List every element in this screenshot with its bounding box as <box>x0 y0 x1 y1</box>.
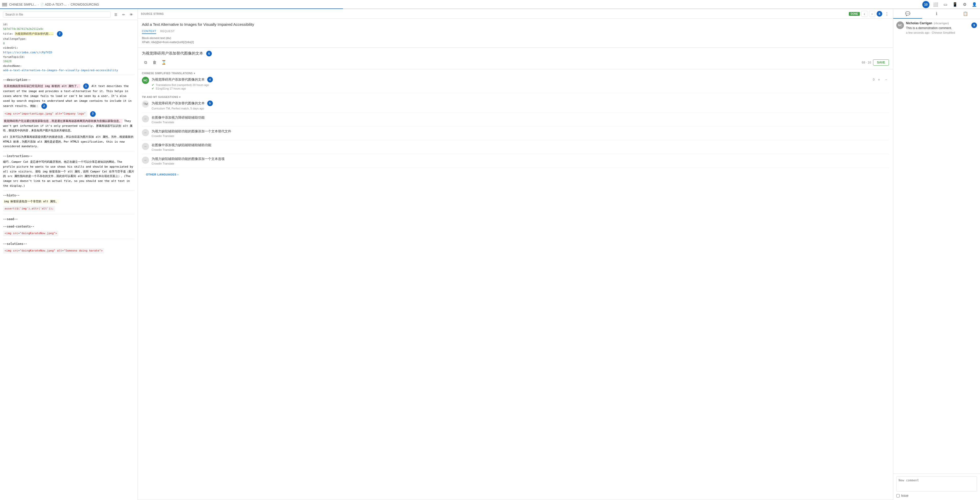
chevron-down-icon: ▾ <box>194 72 195 75</box>
tm-meta-1: Curriculum TM, Perfect match, 5 days ago <box>151 107 889 110</box>
breadcrumb-item-3[interactable]: CROWDSOURCING <box>71 3 99 6</box>
phone-btn[interactable]: 📱 <box>951 1 959 8</box>
id-value: 587d774c367417b2b2512a9c <box>3 27 135 32</box>
breadcrumb: CHINESE SIMPLI... › 📄 ADD-A-TEXT-... › C… <box>9 3 99 6</box>
main-content: ☰ ✏ 👁 id: 587d774c367417b2b2512a9c title… <box>0 9 980 500</box>
file-icon: 📄 <box>40 3 44 6</box>
mid-header-right: DONE ‹ › 8 ⋮ <box>849 11 890 17</box>
context-tabs: CONTEXT REQUEST <box>142 30 889 34</box>
seed-header: --seed-- <box>3 217 135 222</box>
context-tab[interactable]: CONTEXT <box>142 30 156 34</box>
comment-meta-1: a few seconds ago · Chinese Simplified <box>906 31 969 34</box>
breadcrumb-item-2[interactable]: 📄 ADD-A-TEXT-... <box>40 3 67 6</box>
hints-text: img 标签应该包含一个非空的 alt 属性。 <box>3 199 135 204</box>
mt-content-2: 为视力缺陷辅助辅助功能的图像添加一个文本替代文件 Crowdin Transla… <box>151 129 889 138</box>
mt-content-3: 在图像中添加视力缺陷辅助辅助辅助功能 Crowdin Translate <box>151 143 889 151</box>
comments-icon: 💬 <box>905 11 910 16</box>
annotation-3: 3 <box>90 111 96 117</box>
preview-btn[interactable]: 👁 <box>128 11 135 18</box>
tm-item-1: TM 为视觉障碍用户添加替代图像的文本 5 Curriculum TM, Per… <box>142 100 889 113</box>
solutions-header: --solutions-- <box>3 241 135 246</box>
mt-meta-1: Crowdin Translate <box>151 121 889 124</box>
translation-text: 为视觉障碍用户添加替代图像的文本 6 <box>142 51 889 56</box>
file-content: id: 587d774c367417b2b2512a9c title: 为视觉障… <box>3 22 135 254</box>
chevron-down-icon-2: ▾ <box>179 96 181 98</box>
header-icons: ☰ ✏ 👁 <box>113 11 135 18</box>
copy-translation-btn[interactable]: ⧉ <box>142 59 149 66</box>
info-tab[interactable]: ℹ <box>922 9 951 19</box>
issue-checkbox-area: Issue <box>896 494 977 497</box>
comment-author-1: Nicholas Carrigan <box>906 21 932 25</box>
hints-header: --hints-- <box>3 193 135 198</box>
next-btn[interactable]: › <box>869 11 875 17</box>
seed-contents-header: --seed-contents-- <box>3 224 135 229</box>
progress-bar-fill <box>0 8 343 9</box>
translations-section-label[interactable]: CHINESE SIMPLIFIED TRANSLATIONS ▾ <box>142 72 889 75</box>
right-panel-tabs: 💬 ℹ 📋 <box>893 9 980 19</box>
menu-icon[interactable] <box>2 2 7 7</box>
new-comment-input[interactable] <box>896 476 977 492</box>
request-tab[interactable]: REQUEST <box>160 30 175 34</box>
source-string-label: SOURCE STRING <box>141 13 164 15</box>
mt-item-1: ↔ 在图像中添加视力障碍辅助辅助功能 Crowdin Translate <box>142 115 889 127</box>
monitor-btn[interactable]: ⬜ <box>932 1 939 8</box>
tablet-btn[interactable]: ▭ <box>942 1 949 8</box>
vote-count-1: 0 <box>873 78 875 81</box>
settings-btn[interactable]: ⚙ <box>961 1 968 8</box>
comment-body-1: Nicholas Carrigan (nhcarrigan) This is a… <box>906 21 969 34</box>
mid-header: SOURCE STRING DONE ‹ › 8 ⋮ <box>138 9 893 19</box>
progress-bar <box>0 8 980 9</box>
dashed-name-line: dashedName: <box>3 64 135 68</box>
title-line: title: 为视觉障碍用户添加替代图... 7 <box>3 31 135 37</box>
delete-translation-btn[interactable]: 🗑 <box>151 59 158 66</box>
forum-topic-value: 16628 <box>3 59 135 64</box>
mt-avatar-4: ↔ <box>142 157 149 164</box>
breadcrumb-item-1[interactable]: CHINESE SIMPLI... <box>9 3 36 6</box>
topbar: CHINESE SIMPLI... › 📄 ADD-A-TEXT-... › C… <box>0 0 980 9</box>
edit-btn[interactable]: ✏ <box>120 11 127 18</box>
prev-btn[interactable]: ‹ <box>861 11 867 17</box>
mt-meta-3: Crowdin Translate <box>151 148 889 151</box>
activity-tab[interactable]: 📋 <box>951 9 980 19</box>
topbar-right: 10 ⬜ ▭ 📱 ⚙ 👤 <box>922 1 978 8</box>
mt-meta-2: Crowdin Translate <box>151 135 889 138</box>
comment-text-1: This is a demonstration comment. <box>906 26 969 30</box>
forum-topic-line: forumTopicId: <box>3 55 135 59</box>
mt-avatar-2: ↔ <box>142 129 149 136</box>
breadcrumb-sep-2: › <box>68 3 69 6</box>
other-langs-link[interactable]: OTHER LANGUAGES › <box>146 173 178 176</box>
annotation-10: 10 <box>922 1 929 8</box>
history-btn[interactable]: ⌛ <box>160 59 167 66</box>
annotation-5: 5 <box>207 100 213 106</box>
tm-section-label[interactable]: TM AND MT SUGGESTIONS ▾ <box>142 96 889 98</box>
verified-icon-2: ✔ <box>151 87 154 90</box>
right-panel: 💬 ℹ 📋 NC Nicholas Carrigan (nhcarrigan) … <box>893 9 980 500</box>
comments-tab[interactable]: 💬 <box>893 9 922 19</box>
more-options-btn[interactable]: ⋮ <box>884 11 890 17</box>
comment-avatar-1: NC <box>896 21 904 29</box>
other-langs: OTHER LANGUAGES › <box>142 170 889 178</box>
issue-label[interactable]: Issue <box>901 494 908 497</box>
vote-up-btn[interactable]: + <box>876 77 882 83</box>
seed-code: <img src="doingKarateNow.jpeg"> <box>3 231 59 236</box>
translation-actions: ⧉ 🗑 ⌛ 68 · 16 SAVE <box>142 59 889 66</box>
list-view-btn[interactable]: ☰ <box>113 11 119 18</box>
hints-text-val: img 标签应该包含一个非空的 alt 属性。 <box>3 199 59 203</box>
mid-panel: SOURCE STRING DONE ‹ › 8 ⋮ Add a Text Al… <box>138 9 893 500</box>
tm-avatar-1: TM <box>142 100 149 108</box>
search-input[interactable] <box>3 11 110 17</box>
annotation-7: 7 <box>57 31 62 37</box>
id-line: id: <box>3 22 135 27</box>
save-button[interactable]: SAVE <box>873 59 889 65</box>
tm-content-1: 为视觉障碍用户添加替代图像的文本 5 Curriculum TM, Perfec… <box>151 100 889 110</box>
source-title: Add a Text Alternative to Images for Vis… <box>142 22 889 27</box>
comment-item-1: NC Nicholas Carrigan (nhcarrigan) This i… <box>896 21 977 34</box>
user-btn[interactable]: 👤 <box>971 1 978 8</box>
vote-down-btn[interactable]: − <box>883 77 889 83</box>
annotation-4: 4 <box>207 77 213 83</box>
issue-checkbox[interactable] <box>896 494 900 497</box>
mt-text-3: 在图像中添加视力缺陷辅助辅助辅助功能 <box>151 143 889 148</box>
mt-item-2: ↔ 为视力缺陷辅助辅助功能的图像添加一个文本替代文件 Crowdin Trans… <box>142 129 889 140</box>
mt-text-1: 在图像中添加视力障碍辅助辅助功能 <box>151 115 889 120</box>
translation-meta-2: ✔ S1ngS1ng 17 hours ago <box>151 87 870 90</box>
